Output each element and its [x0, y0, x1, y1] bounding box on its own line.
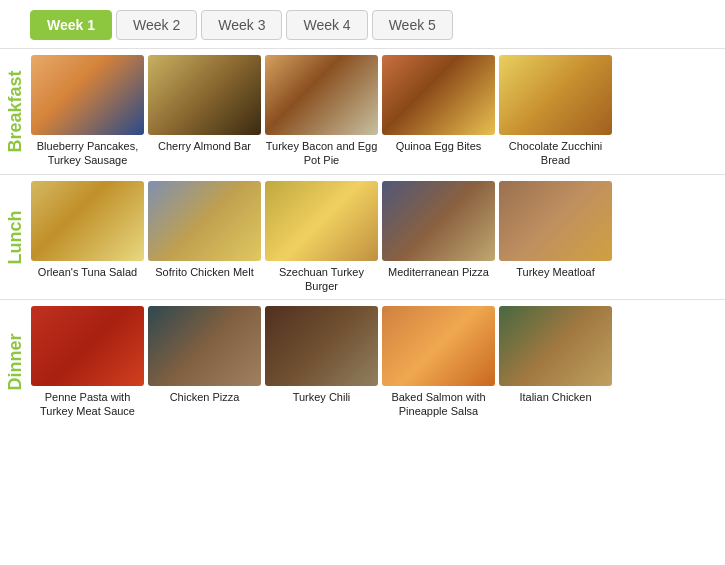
week-tab-1[interactable]: Week 1: [30, 10, 112, 40]
meal-card-lunch-3[interactable]: Szechuan Turkey Burger: [264, 181, 379, 294]
meal-image-breakfast-4: [382, 55, 495, 135]
week-tab-5[interactable]: Week 5: [372, 10, 453, 40]
meal-name-lunch-2: Sofrito Chicken Melt: [155, 265, 253, 279]
meal-name-dinner-3: Turkey Chili: [293, 390, 351, 404]
meal-card-breakfast-1[interactable]: Blueberry Pancakes, Turkey Sausage: [30, 55, 145, 168]
meal-name-lunch-3: Szechuan Turkey Burger: [264, 265, 379, 294]
week-tab-2[interactable]: Week 2: [116, 10, 197, 40]
meal-name-breakfast-1: Blueberry Pancakes, Turkey Sausage: [30, 139, 145, 168]
meal-card-breakfast-2[interactable]: Cherry Almond Bar: [147, 55, 262, 168]
meal-card-dinner-1[interactable]: Penne Pasta with Turkey Meat Sauce: [30, 306, 145, 419]
week-tabs: Week 1Week 2Week 3Week 4Week 5: [30, 10, 453, 40]
meal-name-dinner-5: Italian Chicken: [519, 390, 591, 404]
meal-image-lunch-1: [31, 181, 144, 261]
meal-image-dinner-5: [499, 306, 612, 386]
page-container: Week 1Week 2Week 3Week 4Week 5 Breakfast…: [0, 0, 725, 425]
section-label-lunch: Lunch: [0, 175, 30, 300]
week-tab-4[interactable]: Week 4: [286, 10, 367, 40]
section-lunch: LunchOrlean's Tuna SaladSofrito Chicken …: [0, 174, 725, 300]
meal-card-breakfast-3[interactable]: Turkey Bacon and Egg Pot Pie: [264, 55, 379, 168]
meal-name-dinner-1: Penne Pasta with Turkey Meat Sauce: [30, 390, 145, 419]
meal-image-breakfast-5: [499, 55, 612, 135]
meal-image-dinner-3: [265, 306, 378, 386]
meal-name-lunch-5: Turkey Meatloaf: [516, 265, 594, 279]
meal-image-lunch-3: [265, 181, 378, 261]
meal-name-lunch-4: Mediterranean Pizza: [388, 265, 489, 279]
meal-image-breakfast-3: [265, 55, 378, 135]
meal-image-lunch-5: [499, 181, 612, 261]
section-label-dinner: Dinner: [0, 300, 30, 425]
meal-name-dinner-2: Chicken Pizza: [170, 390, 240, 404]
week-tab-3[interactable]: Week 3: [201, 10, 282, 40]
header: Week 1Week 2Week 3Week 4Week 5: [0, 0, 725, 48]
meal-name-dinner-4: Baked Salmon with Pineapple Salsa: [381, 390, 496, 419]
meal-name-breakfast-5: Chocolate Zucchini Bread: [498, 139, 613, 168]
meal-image-lunch-4: [382, 181, 495, 261]
meals-row-breakfast: Blueberry Pancakes, Turkey SausageCherry…: [30, 49, 725, 174]
meal-card-lunch-4[interactable]: Mediterranean Pizza: [381, 181, 496, 294]
meal-name-breakfast-2: Cherry Almond Bar: [158, 139, 251, 153]
sections-container: BreakfastBlueberry Pancakes, Turkey Saus…: [0, 48, 725, 425]
meal-image-breakfast-1: [31, 55, 144, 135]
meal-card-dinner-2[interactable]: Chicken Pizza: [147, 306, 262, 419]
section-breakfast: BreakfastBlueberry Pancakes, Turkey Saus…: [0, 48, 725, 174]
meals-row-lunch: Orlean's Tuna SaladSofrito Chicken MeltS…: [30, 175, 725, 300]
meal-image-lunch-2: [148, 181, 261, 261]
meals-row-dinner: Penne Pasta with Turkey Meat SauceChicke…: [30, 300, 725, 425]
meal-name-breakfast-4: Quinoa Egg Bites: [396, 139, 482, 153]
meal-card-lunch-2[interactable]: Sofrito Chicken Melt: [147, 181, 262, 294]
section-label-breakfast: Breakfast: [0, 49, 30, 174]
meal-image-dinner-2: [148, 306, 261, 386]
meal-card-dinner-4[interactable]: Baked Salmon with Pineapple Salsa: [381, 306, 496, 419]
section-dinner: DinnerPenne Pasta with Turkey Meat Sauce…: [0, 299, 725, 425]
meal-name-lunch-1: Orlean's Tuna Salad: [38, 265, 137, 279]
meal-card-breakfast-5[interactable]: Chocolate Zucchini Bread: [498, 55, 613, 168]
meal-card-breakfast-4[interactable]: Quinoa Egg Bites: [381, 55, 496, 168]
meal-card-dinner-5[interactable]: Italian Chicken: [498, 306, 613, 419]
meal-image-breakfast-2: [148, 55, 261, 135]
meal-card-dinner-3[interactable]: Turkey Chili: [264, 306, 379, 419]
meal-card-lunch-1[interactable]: Orlean's Tuna Salad: [30, 181, 145, 294]
meal-image-dinner-4: [382, 306, 495, 386]
meal-image-dinner-1: [31, 306, 144, 386]
meal-card-lunch-5[interactable]: Turkey Meatloaf: [498, 181, 613, 294]
meal-name-breakfast-3: Turkey Bacon and Egg Pot Pie: [264, 139, 379, 168]
